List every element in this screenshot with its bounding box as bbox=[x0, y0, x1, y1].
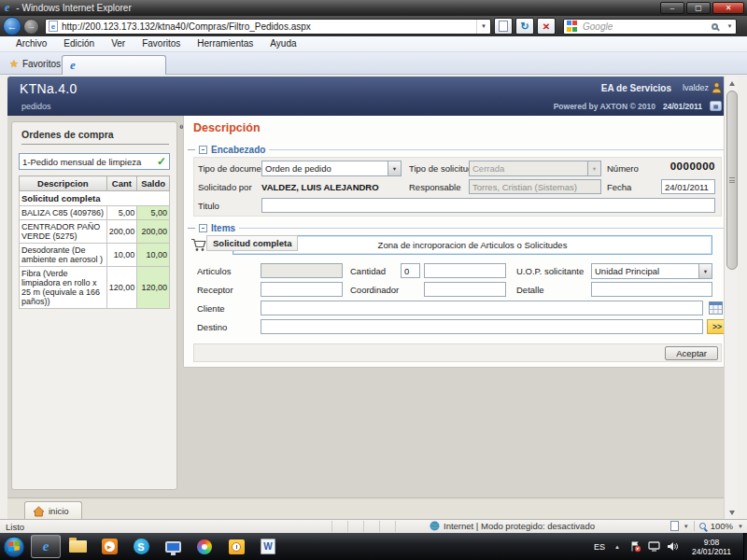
col-cant[interactable]: Cant bbox=[106, 176, 137, 191]
menu-ayuda[interactable]: Ayuda bbox=[261, 36, 304, 51]
inicio-tab[interactable]: inicio bbox=[24, 501, 82, 520]
taskbar-ie[interactable]: e bbox=[31, 535, 61, 558]
fecha-field[interactable] bbox=[661, 179, 715, 194]
address-dropdown-icon[interactable]: ▼ bbox=[476, 20, 490, 34]
user-label[interactable]: lvaldez bbox=[683, 82, 722, 93]
tipo-documento-select[interactable]: Orden de pedido ▼ bbox=[261, 161, 402, 176]
cliente-field[interactable] bbox=[261, 301, 703, 315]
forward-button[interactable]: → bbox=[23, 19, 39, 35]
col-saldo[interactable]: Saldo bbox=[137, 176, 170, 191]
maximize-button[interactable]: ▢ bbox=[686, 2, 711, 14]
word-icon: W bbox=[261, 539, 275, 554]
taskbar-word[interactable]: W bbox=[253, 535, 283, 558]
back-button[interactable]: ← bbox=[3, 17, 21, 35]
inicio-label: inicio bbox=[49, 506, 69, 516]
collapse-section-icon[interactable] bbox=[199, 146, 207, 154]
responsable-field bbox=[469, 179, 601, 194]
receptor-label: Receptor bbox=[197, 282, 233, 298]
tray-expand-icon[interactable]: ▲ bbox=[614, 544, 620, 550]
menu-favoritos[interactable]: Favoritos bbox=[134, 36, 189, 51]
up-arrow-icon bbox=[729, 81, 735, 86]
globe-icon bbox=[430, 521, 440, 531]
order-select[interactable]: 1-Pedido mensual de limpieza ✓ bbox=[19, 153, 170, 170]
taskbar-computer[interactable] bbox=[158, 535, 188, 558]
orders-sidebar: Ordenes de compra 1-Pedido mensual de li… bbox=[11, 121, 177, 490]
dropzone-text: Zona de incroporacion de Articulos o Sol… bbox=[378, 240, 568, 250]
favorites-label: Favoritos bbox=[22, 59, 61, 69]
table-row[interactable]: BALIZA C85 (409786) 5,00 5,00 bbox=[20, 206, 170, 220]
taskbar-clock[interactable]: 9:08 24/01/2011 bbox=[685, 538, 738, 556]
taskbar-media-player[interactable]: ▶ bbox=[94, 535, 124, 558]
username: lvaldez bbox=[683, 83, 709, 92]
status-bar: Listo Internet | Modo protegido: desacti… bbox=[0, 519, 747, 533]
chevron-down-icon[interactable]: ▼ bbox=[738, 524, 743, 529]
taskbar-skype[interactable]: S bbox=[126, 535, 156, 558]
table-row[interactable]: Fibra (Verde limpiadora en rollo x 25 m … bbox=[20, 267, 170, 309]
status-text: Listo bbox=[6, 522, 24, 532]
collapse-section-icon[interactable] bbox=[199, 224, 207, 232]
table-row[interactable]: CENTRADOR PAÑO VERDE (5275) 200,00 200,0… bbox=[20, 220, 170, 244]
solicitud-chip[interactable]: Solicitud completa bbox=[206, 235, 298, 251]
menu-archivo[interactable]: Archivo bbox=[7, 36, 55, 51]
scrollbar-thumb[interactable] bbox=[726, 91, 738, 270]
page-icon: e bbox=[49, 21, 58, 32]
chevron-down-icon[interactable]: ▼ bbox=[684, 524, 689, 529]
cantidad-extra-field[interactable] bbox=[424, 263, 506, 278]
dropzone[interactable]: Zona de incroporacion de Articulos o Sol… bbox=[233, 235, 712, 255]
destino-field[interactable] bbox=[261, 319, 703, 334]
titulo-field[interactable] bbox=[261, 198, 715, 213]
taskbar-outlook[interactable] bbox=[221, 535, 251, 558]
minimize-button[interactable]: – bbox=[660, 2, 684, 14]
aceptar-button[interactable]: Aceptar bbox=[665, 346, 718, 360]
coordinador-field[interactable] bbox=[424, 282, 506, 297]
search-box[interactable]: ▼ bbox=[563, 19, 737, 35]
cell-desc: BALIZA C85 (409786) bbox=[20, 206, 107, 220]
search-icon[interactable] bbox=[712, 23, 718, 30]
taskbar-explorer[interactable] bbox=[63, 535, 92, 558]
show-desktop-button[interactable] bbox=[743, 533, 747, 560]
media-player-icon: ▶ bbox=[102, 539, 118, 554]
render-mode-icon[interactable] bbox=[670, 521, 679, 531]
browser-tab[interactable]: e bbox=[62, 55, 166, 75]
col-descripcion[interactable]: Descripcion bbox=[20, 176, 107, 191]
header-menu-button[interactable]: ▦ bbox=[710, 101, 722, 111]
window-title: - Windows Internet Explorer bbox=[16, 3, 131, 13]
scroll-down-button[interactable] bbox=[726, 506, 738, 519]
detalle-field[interactable] bbox=[591, 282, 712, 297]
search-input[interactable] bbox=[581, 21, 712, 33]
address-bar[interactable]: e http://200.123.173.132/ktna40/Compras/… bbox=[45, 19, 491, 35]
action-center-icon[interactable] bbox=[629, 540, 641, 553]
network-icon[interactable] bbox=[648, 541, 660, 552]
menu-edicion[interactable]: Edición bbox=[55, 36, 103, 51]
navigation-bar: ← → e http://200.123.173.132/ktna40/Comp… bbox=[0, 16, 747, 36]
cantidad-field[interactable] bbox=[401, 263, 420, 278]
language-indicator[interactable]: ES bbox=[594, 542, 605, 552]
windows-taskbar: e ▶ S W ES ▲ 9:08 24/01/2011 bbox=[0, 533, 747, 560]
search-dropdown-icon[interactable]: ▼ bbox=[724, 23, 736, 29]
zoom-level[interactable]: 100% bbox=[711, 521, 733, 531]
start-button[interactable] bbox=[3, 536, 25, 558]
divider bbox=[188, 228, 195, 229]
items-section-header: Items bbox=[188, 222, 724, 233]
volume-icon[interactable] bbox=[667, 541, 679, 552]
close-button[interactable]: ✕ bbox=[712, 2, 744, 14]
stop-button[interactable]: ✕ bbox=[537, 18, 556, 35]
compatibility-view-button[interactable] bbox=[494, 18, 513, 35]
uop-select[interactable]: Unidad Principal ▼ bbox=[591, 263, 712, 279]
refresh-button[interactable]: ↻ bbox=[515, 18, 534, 35]
table-row[interactable]: Desodorante (De ambiente en aerosol ) 10… bbox=[20, 244, 170, 267]
menu-ver[interactable]: Ver bbox=[103, 36, 134, 51]
receptor-field[interactable] bbox=[261, 282, 343, 297]
vertical-scrollbar[interactable] bbox=[724, 77, 738, 519]
favorites-button[interactable]: ★ Favoritos bbox=[4, 55, 66, 73]
taskbar-paint[interactable] bbox=[190, 535, 219, 558]
scroll-up-button[interactable] bbox=[726, 77, 738, 90]
address-url[interactable]: http://200.123.173.132/ktna40/Compras/Fi… bbox=[62, 21, 476, 32]
zone-text: Internet | Modo protegido: desactivado bbox=[444, 521, 595, 531]
destino-label: Destino bbox=[197, 319, 227, 335]
zoom-icon[interactable] bbox=[699, 523, 706, 529]
menu-herramientas[interactable]: Herramientas bbox=[189, 36, 261, 51]
cliente-lookup-icon[interactable] bbox=[709, 301, 723, 318]
star-icon: ★ bbox=[9, 58, 19, 70]
titulo-label: Titulo bbox=[198, 198, 219, 214]
